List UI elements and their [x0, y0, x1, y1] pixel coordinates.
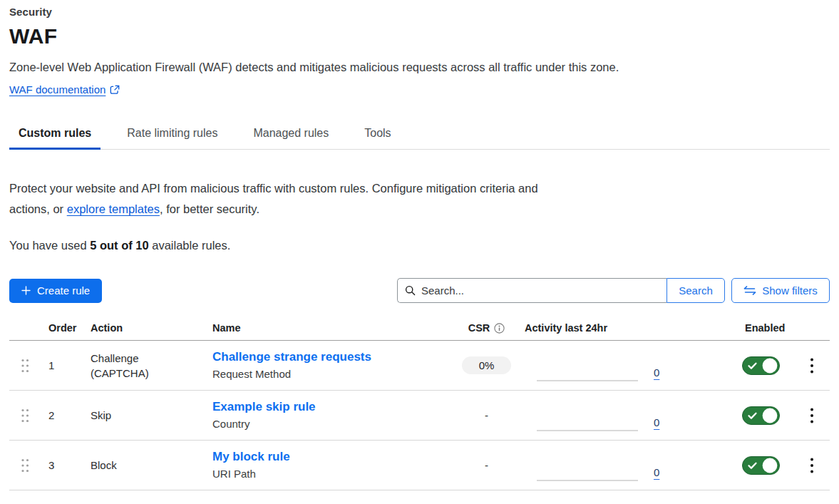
column-header-action: Action — [91, 322, 212, 334]
create-rule-button[interactable]: Create rule — [9, 279, 102, 303]
intro-text-after: , for better security. — [160, 202, 259, 215]
csr-header-label: CSR — [468, 322, 490, 334]
column-header-name: Name — [212, 322, 449, 334]
swap-arrows-icon — [743, 286, 756, 295]
drag-handle[interactable] — [9, 408, 30, 423]
plus-icon — [21, 286, 31, 295]
csr-value-cell: - — [485, 409, 488, 421]
search-input[interactable] — [421, 284, 659, 297]
rule-expression-field: Country — [212, 416, 449, 432]
column-header-enabled: Enabled — [731, 322, 793, 334]
explore-templates-link[interactable]: explore templates — [67, 202, 160, 215]
show-filters-label: Show filters — [762, 284, 818, 297]
rule-name-cell: Example skip rule Country — [212, 399, 449, 432]
rule-name-cell: My block rule URI Path — [212, 449, 449, 482]
search-icon — [405, 285, 416, 296]
activity-cell: 0 — [524, 441, 731, 490]
rule-name-link[interactable]: My block rule — [212, 449, 290, 465]
search-box — [397, 278, 666, 303]
rule-name-cell: Challenge strange requests Request Metho… — [212, 349, 449, 382]
enabled-toggle[interactable] — [742, 456, 780, 475]
enabled-cell — [731, 406, 793, 425]
create-rule-label: Create rule — [37, 284, 90, 297]
rule-usage-text: You have used 5 out of 10 available rule… — [9, 239, 830, 252]
table-row: 1 Challenge (CAPTCHA) Challenge strange … — [9, 341, 830, 391]
activity-cell: 0 — [524, 391, 731, 440]
column-header-csr: CSR — [468, 322, 505, 334]
info-icon[interactable] — [494, 323, 505, 334]
enabled-cell — [731, 456, 793, 475]
page-title: WAF — [9, 24, 830, 48]
rule-action: Challenge (CAPTCHA) — [91, 351, 170, 381]
rule-action: Block — [91, 458, 170, 473]
activity-sparkline — [537, 430, 638, 431]
table-row: 2 Skip Example skip rule Country - 0 — [9, 391, 830, 441]
rule-name-link[interactable]: Challenge strange requests — [212, 349, 371, 365]
rule-expression-field: Request Method — [212, 366, 449, 382]
column-header-order: Order — [48, 322, 91, 334]
search-button[interactable]: Search — [666, 278, 725, 303]
rule-order: 1 — [48, 359, 91, 371]
intro-paragraph: Protect your website and API from malici… — [9, 178, 540, 220]
tab-rate-limiting-rules[interactable]: Rate limiting rules — [118, 120, 227, 150]
table-header-row: Order Action Name CSR Activity last 24hr… — [9, 322, 830, 341]
rules-toolbar: Create rule Search Show filters — [9, 278, 830, 303]
enabled-toggle[interactable] — [742, 406, 780, 425]
activity-sparkline — [537, 480, 638, 481]
rule-order: 2 — [48, 409, 91, 421]
waf-documentation-link[interactable]: WAF documentation — [9, 83, 105, 96]
activity-count-link[interactable]: 0 — [654, 466, 659, 478]
page-description: Zone-level Web Application Firewall (WAF… — [9, 61, 830, 74]
activity-count-link[interactable]: 0 — [654, 416, 659, 428]
external-link-icon — [110, 85, 120, 95]
tab-bar: Custom rules Rate limiting rules Managed… — [9, 120, 830, 150]
custom-rules-table: Order Action Name CSR Activity last 24hr… — [9, 322, 830, 490]
drag-handle[interactable] — [9, 458, 30, 473]
rule-order: 3 — [48, 459, 91, 471]
search-group: Search — [397, 278, 725, 303]
tab-custom-rules[interactable]: Custom rules — [9, 120, 101, 150]
table-row: 3 Block My block rule URI Path - 0 — [9, 441, 830, 490]
enabled-toggle[interactable] — [742, 356, 780, 375]
csr-value-cell: 0% — [462, 359, 512, 371]
rule-expression-field: URI Path — [212, 466, 449, 482]
row-menu-button[interactable] — [804, 354, 820, 377]
breadcrumb-section-label: Security — [9, 6, 830, 18]
toolbar-right-group: Search Show filters — [397, 278, 830, 303]
doc-link-row: WAF documentation — [9, 83, 830, 96]
column-header-activity: Activity last 24hr — [524, 322, 731, 334]
activity-sparkline — [537, 380, 638, 381]
show-filters-button[interactable]: Show filters — [731, 278, 830, 303]
row-menu-button[interactable] — [804, 454, 820, 477]
drag-handle[interactable] — [9, 358, 30, 374]
tab-managed-rules[interactable]: Managed rules — [244, 120, 338, 150]
rule-action: Skip — [91, 408, 170, 423]
row-menu-button[interactable] — [804, 404, 820, 427]
activity-count-link[interactable]: 0 — [654, 366, 659, 379]
usage-suffix: available rules. — [149, 239, 231, 252]
csr-value-cell: - — [485, 459, 488, 471]
rule-name-link[interactable]: Example skip rule — [212, 399, 316, 415]
usage-prefix: You have used — [9, 239, 90, 252]
usage-count: 5 out of 10 — [90, 239, 149, 252]
enabled-cell — [731, 356, 793, 375]
csr-badge: 0% — [462, 356, 512, 374]
activity-cell: 0 — [524, 341, 731, 390]
tab-tools[interactable]: Tools — [355, 120, 400, 150]
